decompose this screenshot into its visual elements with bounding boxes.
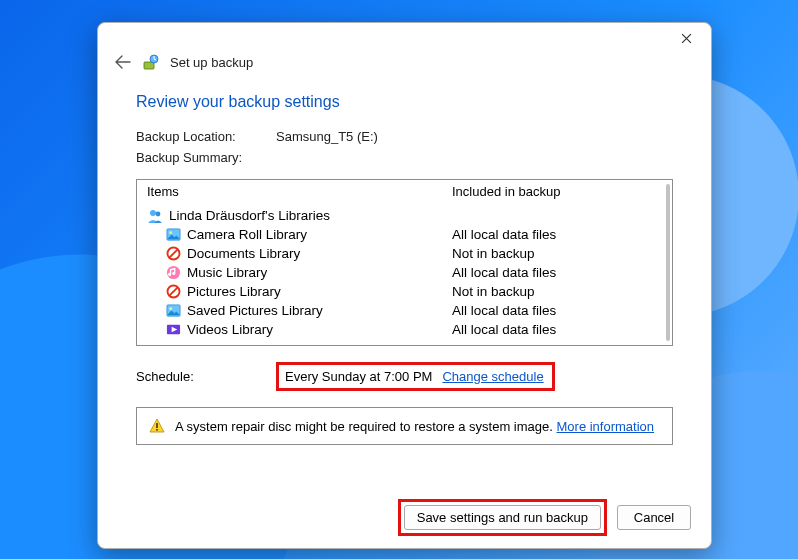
summary-item-label: Documents Library [187,246,452,261]
summary-row[interactable]: Music Library All local data files [147,263,664,282]
summary-item-label: Pictures Library [187,284,452,299]
more-information-link[interactable]: More information [557,419,655,434]
svg-line-7 [169,250,177,258]
photo-icon [165,227,181,243]
summary-item-included: All local data files [452,303,664,318]
backup-dialog: Set up backup Review your backup setting… [97,22,712,549]
summary-item-label: Videos Library [187,322,452,337]
warning-message: A system repair disc might be required t… [175,419,557,434]
summary-row[interactable]: Saved Pictures Library All local data fi… [147,301,664,320]
svg-point-12 [169,307,172,310]
summary-item-included: All local data files [452,265,664,280]
dialog-content: Review your backup settings Backup Locat… [98,77,711,498]
deny-icon [165,246,181,262]
titlebar [98,23,711,53]
warning-icon [149,418,165,434]
warning-box: A system repair disc might be required t… [136,407,673,445]
dialog-header: Set up backup [98,53,711,77]
summary-row[interactable]: Documents Library Not in backup [147,244,664,263]
summary-list[interactable]: Linda Dräusdorf's Libraries Camera Roll … [137,206,672,345]
summary-item-included: Not in backup [452,284,664,299]
summary-scrollbar[interactable] [666,184,670,341]
svg-point-5 [169,231,172,234]
svg-line-10 [169,288,177,296]
summary-header-row: Items Included in backup [137,180,672,204]
video-icon [165,322,181,338]
warning-text: A system repair disc might be required t… [175,419,654,434]
backup-location-value: Samsung_T5 (E:) [276,129,378,144]
schedule-value: Every Sunday at 7:00 PM [285,369,432,384]
save-settings-button[interactable]: Save settings and run backup [404,505,601,530]
summary-row[interactable]: Pictures Library Not in backup [147,282,664,301]
summary-group-label: Linda Dräusdorf's Libraries [169,208,452,223]
summary-item-included: All local data files [452,322,664,337]
save-button-highlight: Save settings and run backup [398,499,607,536]
backup-summary-label: Backup Summary: [136,150,276,165]
music-icon [165,265,181,281]
summary-group-row[interactable]: Linda Dräusdorf's Libraries [147,206,664,225]
change-schedule-link[interactable]: Change schedule [442,369,543,384]
backup-location-row: Backup Location: Samsung_T5 (E:) [136,129,673,144]
dialog-title: Set up backup [170,55,253,70]
backup-location-label: Backup Location: [136,129,276,144]
back-arrow-icon [115,55,131,69]
summary-item-included: Not in backup [452,246,664,261]
svg-rect-16 [156,429,158,431]
backup-summary-label-row: Backup Summary: [136,150,673,165]
close-icon [681,33,692,44]
svg-point-3 [156,211,161,216]
users-icon [147,208,163,224]
svg-rect-15 [156,423,158,428]
summary-row[interactable]: Videos Library All local data files [147,320,664,339]
schedule-row: Schedule: Every Sunday at 7:00 PM Change… [136,362,673,391]
schedule-highlight: Every Sunday at 7:00 PM Change schedule [276,362,555,391]
summary-item-label: Music Library [187,265,452,280]
summary-item-included: All local data files [452,227,664,242]
summary-row[interactable]: Camera Roll Library All local data files [147,225,664,244]
backup-app-icon [142,53,160,71]
schedule-label: Schedule: [136,369,276,384]
cancel-button[interactable]: Cancel [617,505,691,530]
svg-point-2 [150,210,156,216]
section-heading: Review your backup settings [136,93,673,111]
back-button[interactable] [114,53,132,71]
summary-item-label: Saved Pictures Library [187,303,452,318]
backup-summary-box: Items Included in backup Linda Dräusdorf… [136,179,673,346]
photo-icon [165,303,181,319]
column-header-included: Included in backup [452,184,664,199]
close-button[interactable] [667,26,705,50]
dialog-footer: Save settings and run backup Cancel [98,498,711,548]
column-header-items: Items [147,184,452,199]
summary-item-label: Camera Roll Library [187,227,452,242]
deny-icon [165,284,181,300]
